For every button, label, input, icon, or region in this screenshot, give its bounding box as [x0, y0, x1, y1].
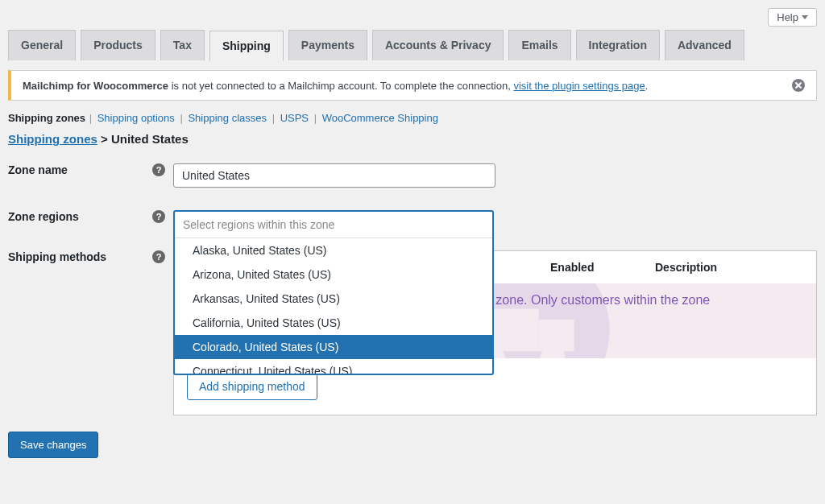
- breadcrumb: Shipping zones > United States: [8, 132, 817, 146]
- subnav: Shipping zones | Shipping options | Ship…: [8, 112, 817, 124]
- tab-general[interactable]: General: [8, 30, 76, 60]
- subnav-wc-shipping[interactable]: WooCommerce Shipping: [322, 112, 438, 124]
- tab-payments[interactable]: Payments: [288, 30, 367, 60]
- help-tip-icon[interactable]: ?: [152, 250, 165, 263]
- notice-link[interactable]: visit the plugin settings page: [513, 80, 645, 92]
- region-option[interactable]: Colorado, United States (US): [175, 335, 492, 359]
- breadcrumb-sep: >: [97, 132, 111, 146]
- separator: |: [89, 112, 95, 124]
- nav-tabs: General Products Tax Shipping Payments A…: [8, 30, 817, 60]
- chevron-down-icon: [802, 15, 808, 19]
- region-option[interactable]: Alaska, United States (US): [175, 238, 492, 262]
- save-changes-button[interactable]: Save changes: [8, 432, 98, 458]
- separator: |: [314, 112, 320, 124]
- add-shipping-method-button[interactable]: Add shipping method: [187, 373, 317, 400]
- region-option[interactable]: California, United States (US): [175, 311, 492, 335]
- zone-regions-label: Zone regions: [8, 210, 79, 223]
- separator: |: [180, 112, 185, 124]
- tab-shipping[interactable]: Shipping: [209, 31, 284, 61]
- help-button[interactable]: Help: [768, 8, 817, 27]
- zone-name-input[interactable]: [173, 163, 495, 188]
- notice: Mailchimp for Woocommerce is not yet con…: [8, 70, 817, 101]
- tab-advanced[interactable]: Advanced: [665, 30, 744, 60]
- tab-accounts-privacy[interactable]: Accounts & Privacy: [372, 30, 504, 60]
- close-icon[interactable]: [792, 79, 805, 92]
- zone-regions-placeholder: Select regions within this zone: [175, 212, 492, 238]
- tab-products[interactable]: Products: [81, 30, 155, 60]
- region-option[interactable]: Arkansas, United States (US): [175, 287, 492, 311]
- breadcrumb-parent[interactable]: Shipping zones: [8, 132, 97, 146]
- tab-integration[interactable]: Integration: [576, 30, 660, 60]
- shipping-methods-label: Shipping methods: [8, 250, 106, 263]
- subnav-shipping-zones[interactable]: Shipping zones: [8, 112, 85, 124]
- subnav-usps[interactable]: USPS: [280, 112, 309, 124]
- help-tip-icon[interactable]: ?: [152, 163, 165, 176]
- notice-text: Mailchimp for Woocommerce is not yet con…: [23, 80, 648, 92]
- zone-regions-select[interactable]: Select regions within this zone Alaska, …: [173, 210, 494, 375]
- col-description: Description: [655, 261, 816, 274]
- region-option[interactable]: Arizona, United States (US): [175, 262, 492, 287]
- subnav-shipping-classes[interactable]: Shipping classes: [188, 112, 267, 124]
- subnav-shipping-options[interactable]: Shipping options: [97, 112, 175, 124]
- tab-emails[interactable]: Emails: [508, 30, 570, 60]
- zone-regions-results: Alaska, United States (US) Arizona, Unit…: [175, 238, 492, 374]
- help-tip-icon[interactable]: ?: [152, 210, 165, 223]
- methods-empty-text: this zone. Only customers within the zon…: [472, 291, 816, 309]
- row-zone-name: Zone name ?: [8, 163, 817, 188]
- breadcrumb-current: United States: [111, 132, 189, 146]
- zone-name-label: Zone name: [8, 163, 68, 176]
- col-enabled: Enabled: [550, 261, 655, 274]
- tab-tax[interactable]: Tax: [160, 30, 205, 60]
- notice-prefix: Mailchimp for Woocommerce: [23, 80, 168, 92]
- separator: |: [272, 112, 278, 124]
- region-option[interactable]: Connecticut, United States (US): [175, 359, 492, 374]
- notice-suffix: .: [645, 80, 649, 92]
- help-label: Help: [777, 11, 798, 23]
- notice-middle: is not yet connected to a Mailchimp acco…: [168, 80, 513, 92]
